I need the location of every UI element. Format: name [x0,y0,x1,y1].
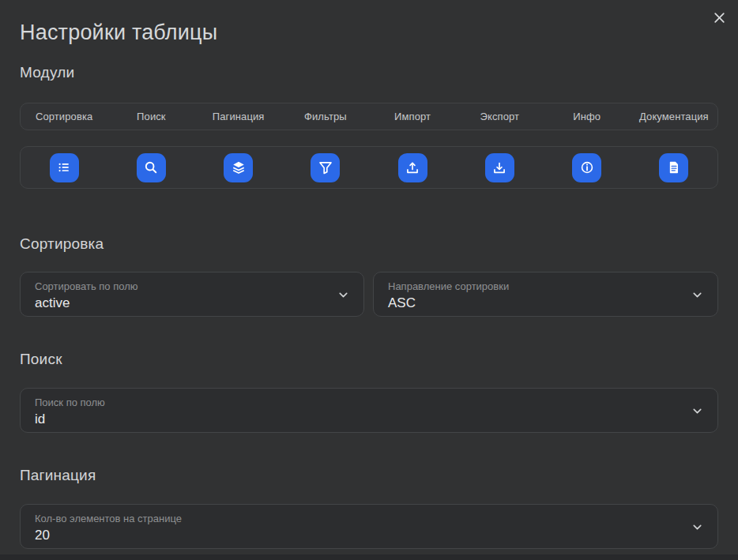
tab-import[interactable]: Импорт [369,111,456,122]
tab-export[interactable]: Экспорт [456,111,543,122]
tab-sorting[interactable]: Сортировка [21,111,107,122]
page-size-label: Кол-во элементов на странице [35,512,678,525]
list-icon [57,160,71,175]
tab-documentation[interactable]: Документация [631,111,717,122]
tab-pagination[interactable]: Пагинация [195,111,282,122]
search-field-select[interactable]: Поиск по полю id [20,388,718,433]
sort-direction-select[interactable]: Направление сортировки ASC [373,272,718,317]
page-size-select[interactable]: Кол-во элементов на странице 20 [20,504,718,549]
page-title: Настройки таблицы [20,19,217,46]
sort-field-select[interactable]: Сортировать по полю active [20,272,364,317]
download-icon [492,160,506,175]
filter-icon-button[interactable] [311,153,340,182]
pagination-heading: Пагинация [20,466,96,484]
info-icon [580,160,594,175]
page-behind-modal-strip [0,554,738,560]
tab-filters[interactable]: Фильтры [282,111,369,122]
page-size-value: 20 [35,527,678,544]
search-icon [144,160,158,175]
table-settings-modal: Настройки таблицы Модули Сортировка Поис… [0,0,738,560]
upload-icon-button[interactable] [398,153,427,182]
sort-field-label: Сортировать по полю [35,280,324,293]
document-icon-button[interactable] [659,153,688,182]
search-heading: Поиск [20,350,62,368]
sort-field-value: active [35,295,324,312]
chevron-down-icon [691,405,703,417]
search-field-label: Поиск по полю [35,396,678,409]
download-icon-button[interactable] [485,153,514,182]
sorting-heading: Сортировка [20,235,104,253]
sort-direction-label: Направление сортировки [388,280,678,293]
sort-direction-value: ASC [388,295,678,312]
info-icon-button[interactable] [572,153,601,182]
search-icon-button[interactable] [137,153,166,182]
chevron-down-icon [691,521,703,533]
document-icon [667,160,681,175]
close-button[interactable] [708,6,730,28]
modules-heading: Модули [20,63,74,81]
chevron-down-icon [691,289,703,301]
module-icon-toggles [20,146,718,189]
filter-icon [318,160,333,175]
chevron-down-icon [337,289,349,301]
module-tabs: Сортировка Поиск Пагинация Фильтры Импор… [20,103,718,130]
upload-icon [405,160,420,175]
layers-icon [232,160,246,175]
module-button-sorting[interactable] [50,153,79,182]
search-field-value: id [35,411,678,428]
layers-icon-button[interactable] [224,153,253,182]
close-icon [713,11,726,24]
tab-info[interactable]: Инфо [544,111,631,122]
tab-search[interactable]: Поиск [107,111,194,122]
